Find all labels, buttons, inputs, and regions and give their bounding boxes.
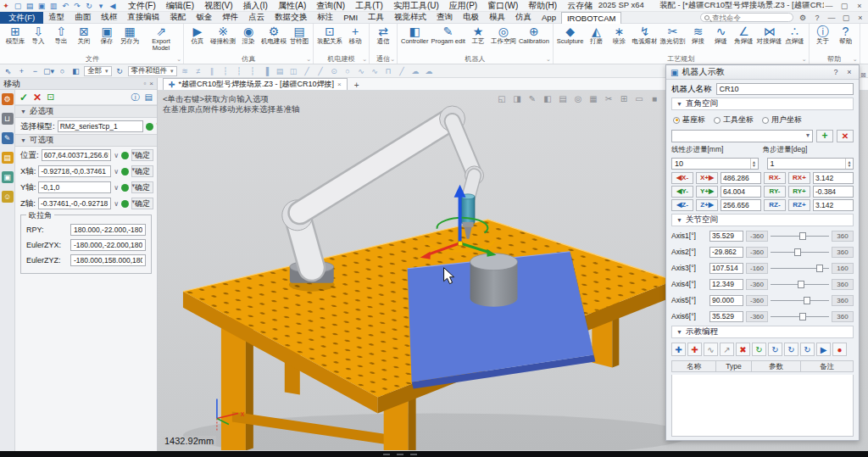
point-snap-icon[interactable]: ┆ — [234, 67, 245, 75]
close-doc-ribbon-button[interactable]: ⊠关闭 — [73, 25, 95, 46]
panel-close-icon[interactable]: × — [844, 68, 854, 76]
render-mode-icon[interactable]: ◨ — [512, 94, 522, 103]
close-doc-button[interactable]: × — [855, 14, 865, 22]
polish-button[interactable]: ◭打磨 — [586, 25, 608, 46]
ok-icon[interactable]: ✓ — [19, 92, 28, 103]
segment-tool-icon[interactable]: ╱ — [397, 67, 408, 75]
refresh-icon[interactable]: ↻ — [83, 2, 95, 10]
qat-dropdown-icon[interactable]: ▾ — [95, 2, 107, 10]
spray-button[interactable]: ∗喷涂 — [609, 25, 631, 46]
undo-icon[interactable]: ↶ — [59, 2, 71, 10]
record-icon[interactable]: ● — [832, 343, 847, 356]
delete-point-icon[interactable]: ✖ — [736, 343, 750, 356]
minimize-button[interactable]: — — [824, 2, 834, 10]
axis5-slider[interactable] — [771, 295, 829, 306]
point-picker-icon[interactable] — [121, 152, 129, 159]
about-button[interactable]: ⓘ关于 — [812, 25, 834, 46]
settings-icon[interactable]: ⚙ — [798, 14, 808, 22]
z-axis-input[interactable] — [38, 198, 111, 209]
restore-button[interactable]: ▢ — [839, 2, 849, 10]
tab-tools[interactable]: 工具 — [363, 12, 389, 23]
x-value-input[interactable] — [721, 172, 761, 184]
arc-additive-button[interactable]: ↯电弧熔材 — [632, 25, 659, 46]
group-expander-icon[interactable]: ⌄ — [362, 54, 367, 64]
layer-icon[interactable]: ▤ — [275, 67, 286, 75]
axis6-value-input[interactable] — [709, 311, 743, 322]
pick-cursor-icon[interactable]: ⇖ — [3, 67, 14, 75]
loop-run-all-icon[interactable]: ↻ — [784, 343, 798, 356]
tab-visual-style[interactable]: 视觉样式 — [389, 12, 431, 23]
eulerzyz-input[interactable] — [70, 254, 146, 266]
jog-rz-minus-button[interactable]: RZ- — [764, 199, 786, 211]
optional-section-header[interactable]: ▼可选项 — [15, 134, 157, 147]
filter-dropdown[interactable]: 全部▾ — [84, 66, 112, 76]
simulate-button[interactable]: ▶仿真 — [186, 25, 209, 46]
axis2-slider[interactable] — [771, 247, 829, 258]
precise-move-icon[interactable]: ✚ — [687, 343, 702, 356]
workspace-button[interactable]: ◎工作空间 — [490, 25, 517, 46]
remove-selection-icon[interactable]: − — [30, 67, 41, 75]
snap-icon[interactable]: ∥ — [207, 67, 218, 75]
tab-inquire[interactable]: 查询 — [431, 12, 458, 23]
align-icon[interactable]: ≋ — [180, 67, 191, 75]
fullscreen-icon[interactable]: ■ — [649, 94, 659, 103]
save-all-icon[interactable]: ▥ — [47, 2, 59, 10]
grid-snap-icon[interactable]: ┆ — [220, 67, 231, 75]
constraint-icon[interactable]: ≠ — [193, 67, 204, 75]
jog-ry-minus-button[interactable]: RY- — [764, 186, 786, 198]
group-expander-icon[interactable]: ⌄ — [390, 54, 395, 64]
rz-value-input[interactable] — [813, 199, 854, 211]
add-selection-icon[interactable]: + — [16, 67, 27, 75]
menu-cloud[interactable]: 云存储 — [563, 0, 597, 12]
command-library-icon[interactable]: ▤ — [2, 152, 14, 164]
expand-icon[interactable]: ∨ — [114, 152, 119, 159]
radio-base-coord[interactable]: 基座标 — [673, 114, 705, 125]
view-orientation-icon[interactable]: ◎ — [573, 94, 583, 103]
slider-thumb[interactable] — [794, 248, 801, 256]
model-picker-icon[interactable] — [146, 123, 153, 131]
linear-path-icon[interactable]: ↗ — [720, 343, 734, 356]
menu-application[interactable]: 应用(P) — [445, 0, 481, 12]
jog-move-icon[interactable]: ✚ — [671, 343, 686, 356]
axis1-slider[interactable] — [771, 231, 829, 242]
new-tab-button[interactable]: + — [351, 81, 363, 90]
export-button[interactable]: ⇧导出 — [50, 25, 72, 46]
spline-tool-icon[interactable]: ∿ — [356, 67, 367, 75]
weld-button[interactable]: ≋焊接 — [687, 25, 709, 46]
assembly-relation-button[interactable]: ⊡装配关系 — [316, 25, 343, 46]
model-library-button[interactable]: ⊞模型库 — [4, 25, 26, 46]
circle-center-tool-icon[interactable]: ⊙ — [329, 67, 340, 75]
new-file-icon[interactable]: ▢ — [12, 2, 24, 10]
loop-run-icon[interactable]: ↻ — [768, 343, 782, 356]
dock-close-icon[interactable]: ⊠ — [860, 71, 866, 79]
scope-dropdown[interactable]: 零件和组件▾ — [128, 66, 177, 76]
circle-tool-icon[interactable]: ○ — [342, 67, 353, 75]
coord-system-dropdown[interactable] — [671, 130, 813, 142]
ry-value-input[interactable] — [813, 186, 854, 198]
calibration-button[interactable]: ⊕Calibration — [518, 25, 550, 46]
shaded-view-icon[interactable]: ◧ — [542, 94, 553, 103]
reload-filter-icon[interactable]: ↻ — [114, 67, 125, 75]
butt-weld-button[interactable]: ⋈对接焊缝 — [756, 25, 783, 46]
tab-simulation[interactable]: 仿真 — [510, 12, 537, 23]
slider-thumb[interactable] — [799, 313, 806, 320]
teach-section-header[interactable]: ▼示教编程 — [671, 326, 854, 338]
y-axis-input[interactable] — [38, 181, 111, 193]
tab-mold[interactable]: 模具 — [484, 12, 510, 23]
notes-icon[interactable]: ▤ — [145, 92, 153, 102]
point-picker-icon[interactable] — [121, 168, 129, 176]
process-button[interactable]: ★工艺 — [467, 25, 489, 46]
spline-path-icon[interactable]: ∿ — [704, 343, 718, 356]
eulerzyx-input[interactable] — [70, 239, 146, 251]
tab-wireframe[interactable]: 线框 — [96, 12, 122, 23]
jog-ry-plus-button[interactable]: RY+ — [788, 186, 810, 198]
close-button[interactable]: × — [854, 2, 865, 10]
weld-seam-button[interactable]: ∿焊缝 — [710, 25, 732, 46]
export-model-button[interactable]: ⇗Export Model — [142, 25, 181, 53]
linear-step-spinner[interactable]: 10▲▼ — [671, 158, 759, 170]
command-tool-icon[interactable]: ✎ — [2, 132, 14, 144]
tab-shape[interactable]: 造型 — [43, 12, 70, 23]
cloud2-tool-icon[interactable]: ☁ — [424, 67, 435, 75]
jog-rz-plus-button[interactable]: RZ+ — [788, 199, 810, 211]
tab-electrode[interactable]: 电极 — [458, 12, 484, 23]
